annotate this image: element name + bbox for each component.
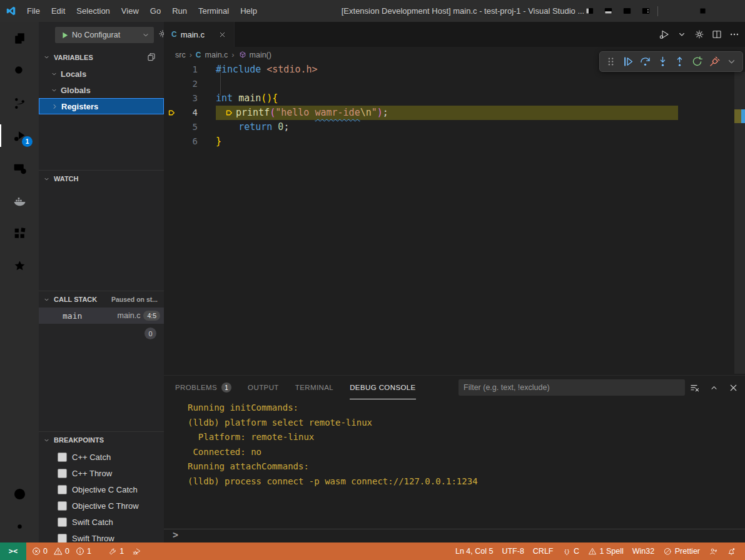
- breakpoint-row[interactable]: C++ Catch: [39, 449, 164, 465]
- disconnect-icon[interactable]: [708, 55, 721, 68]
- breakpoint-checkbox[interactable]: [58, 469, 67, 478]
- call-stack-section-header[interactable]: CALL STACK Paused on st...: [39, 291, 164, 308]
- code-line-4[interactable]: 4printf("hello wamr-ide\n");: [164, 106, 745, 120]
- variables-item-globals[interactable]: Globals: [39, 82, 164, 98]
- step-out-icon[interactable]: [673, 55, 686, 68]
- activity-docker[interactable]: [0, 184, 39, 217]
- drag-handle-icon[interactable]: [604, 55, 617, 68]
- activity-accounts[interactable]: [0, 478, 39, 510]
- layout-customize-button[interactable]: [636, 0, 655, 22]
- close-panel-icon[interactable]: [728, 382, 739, 393]
- menu-selection[interactable]: Selection: [71, 0, 115, 22]
- code-line-5[interactable]: 5 return 0;: [164, 120, 745, 134]
- panel-tab-debug-console[interactable]: DEBUG CONSOLE: [350, 376, 416, 399]
- status-problems[interactable]: 001: [31, 546, 95, 556]
- tab-main-c[interactable]: C main.c: [164, 22, 235, 47]
- line-number[interactable]: 6: [164, 134, 198, 149]
- status-platform[interactable]: Win32: [628, 542, 659, 560]
- activity-manage[interactable]: [0, 510, 39, 542]
- console-filter-input[interactable]: [459, 379, 685, 396]
- breakpoint-row[interactable]: Objective C Throw: [39, 498, 164, 514]
- activity-source-control[interactable]: [0, 87, 39, 119]
- maximize-button[interactable]: [689, 0, 717, 22]
- status-toolchain[interactable]: 1: [104, 542, 128, 560]
- console-prompt[interactable]: >: [164, 529, 745, 543]
- breadcrumb-item[interactable]: Cmain.c: [196, 51, 228, 59]
- split-editor-icon[interactable]: [711, 29, 722, 40]
- breakpoint-row[interactable]: C++ Throw: [39, 465, 164, 481]
- panel-tab-terminal[interactable]: TERMINAL: [295, 376, 333, 399]
- maximize-panel-icon[interactable]: [709, 382, 719, 393]
- step-into-icon[interactable]: [656, 55, 669, 68]
- status-formatter[interactable]: Prettier: [659, 542, 704, 560]
- editor-settings-icon[interactable]: [694, 29, 705, 40]
- breakpoint-checkbox[interactable]: [58, 518, 67, 527]
- layout-sidebar-left-button[interactable]: [580, 0, 599, 22]
- restart-icon[interactable]: [691, 55, 704, 68]
- close-button[interactable]: [717, 0, 745, 22]
- activity-star-view[interactable]: [0, 249, 39, 282]
- menu-go[interactable]: Go: [144, 0, 166, 22]
- breakpoint-checkbox[interactable]: [58, 534, 67, 543]
- status-feedback[interactable]: [704, 542, 722, 560]
- step-over-icon[interactable]: [639, 55, 652, 68]
- variables-section-header[interactable]: VARIABLES: [39, 49, 164, 66]
- remote-indicator[interactable]: ><: [0, 542, 26, 560]
- activity-search[interactable]: [0, 54, 39, 87]
- status-encoding[interactable]: UTF-8: [497, 542, 528, 560]
- menu-help[interactable]: Help: [235, 0, 263, 22]
- code-line-6[interactable]: 6}: [164, 134, 745, 149]
- continue-icon[interactable]: [621, 55, 634, 68]
- panel-tab-problems[interactable]: PROBLEMS1: [175, 376, 231, 399]
- menu-run[interactable]: Run: [166, 0, 193, 22]
- breakpoint-checkbox[interactable]: [58, 501, 67, 511]
- status-language-mode[interactable]: {}C: [558, 542, 584, 560]
- launch-configuration-dropdown[interactable]: No Configurat: [55, 27, 154, 43]
- panel-tab-output[interactable]: OUTPUT: [248, 376, 279, 399]
- run-or-debug-icon[interactable]: [659, 29, 670, 40]
- code-editor[interactable]: 1#include <stdio.h>23int main(){4printf(…: [164, 62, 745, 397]
- start-debug-icon[interactable]: [60, 31, 69, 40]
- breakpoints-section-header[interactable]: BREAKPOINTS: [39, 431, 164, 448]
- menu-edit[interactable]: Edit: [46, 0, 71, 22]
- close-tab-icon[interactable]: [218, 31, 226, 39]
- more-actions-icon[interactable]: [729, 29, 740, 40]
- watch-section-header[interactable]: WATCH: [39, 170, 164, 187]
- menu-view[interactable]: View: [116, 0, 144, 22]
- layout-sidebar-right-button[interactable]: [617, 0, 636, 22]
- breakpoint-checkbox[interactable]: [58, 485, 67, 494]
- layout-panel-button[interactable]: [599, 0, 617, 22]
- breadcrumb-item[interactable]: main(): [238, 51, 271, 59]
- activity-remote-explorer[interactable]: [0, 152, 39, 184]
- code-line-2[interactable]: 2: [164, 77, 745, 91]
- menu-file[interactable]: File: [21, 0, 46, 22]
- breakpoint-checkbox[interactable]: [58, 452, 67, 462]
- status-debug-status[interactable]: [128, 542, 146, 560]
- stack-frame-row[interactable]: main main.c 4:5: [39, 308, 164, 324]
- minimize-button[interactable]: [661, 0, 689, 22]
- status-notifications[interactable]: [722, 542, 741, 560]
- breadcrumb-item[interactable]: src: [175, 51, 186, 59]
- debug-console-output[interactable]: Running initCommands:(lldb) platform sel…: [164, 401, 745, 529]
- line-number[interactable]: 5: [164, 120, 198, 134]
- activity-run-and-debug[interactable]: 1: [0, 119, 39, 152]
- collapse-all-icon[interactable]: [146, 52, 156, 62]
- line-number[interactable]: 3: [164, 91, 198, 106]
- activity-explorer[interactable]: [0, 22, 39, 54]
- status-spell-checker[interactable]: 1 Spell: [584, 542, 628, 560]
- variables-item-registers[interactable]: Registers: [39, 98, 164, 114]
- clear-console-icon[interactable]: [689, 382, 700, 393]
- line-number[interactable]: 2: [164, 77, 198, 91]
- more-debug-actions-icon[interactable]: [725, 55, 738, 68]
- overview-ruler[interactable]: [734, 72, 745, 374]
- run-dropdown-icon[interactable]: [676, 29, 687, 40]
- line-number[interactable]: 1: [164, 62, 198, 77]
- status-cursor-position[interactable]: Ln 4, Col 5: [451, 542, 497, 560]
- code-line-3[interactable]: 3int main(){: [164, 91, 745, 106]
- status-eol[interactable]: CRLF: [529, 542, 558, 560]
- menu-terminal[interactable]: Terminal: [193, 0, 235, 22]
- breakpoint-row[interactable]: Swift Catch: [39, 514, 164, 530]
- activity-extensions[interactable]: [0, 217, 39, 249]
- breakpoint-row[interactable]: Objective C Catch: [39, 481, 164, 498]
- variables-item-locals[interactable]: Locals: [39, 66, 164, 82]
